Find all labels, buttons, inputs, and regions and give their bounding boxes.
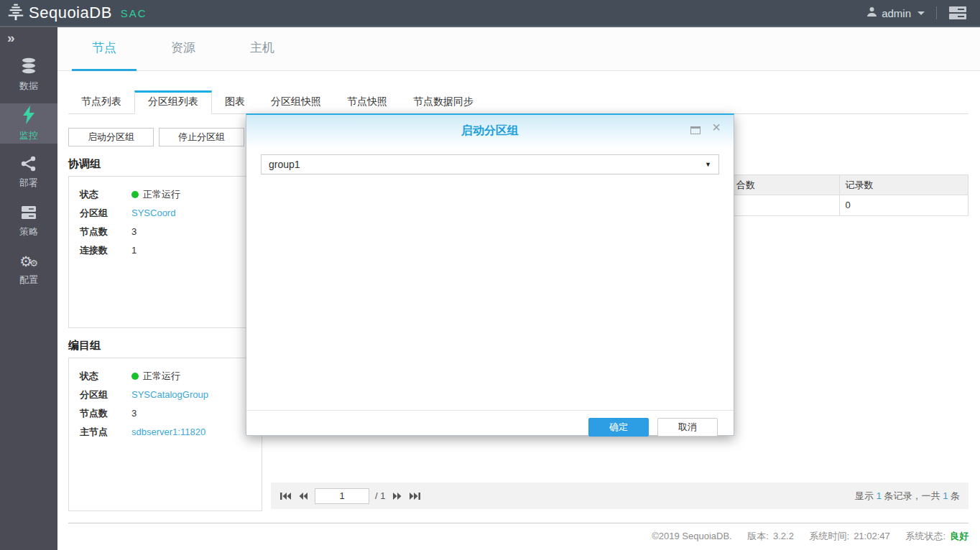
sidebar-item-strategy[interactable]: 策略 [0,201,57,241]
row-label: 连接数 [80,243,131,258]
gears-icon: ⚙⚙ [19,253,38,271]
subtab-group-snapshot[interactable]: 分区组快照 [258,90,334,113]
row-label: 状态 [80,187,131,202]
database-icon [19,57,38,77]
lightning-icon [22,106,36,126]
group-link[interactable]: SYSCoord [131,206,175,220]
group-select-value: group1 [269,159,300,170]
catalog-nodes-row: 节点数 3 [69,404,262,423]
catalog-status-row: 状态 正常运行 [69,367,262,386]
first-page-icon [279,492,292,500]
subtab-group-list[interactable]: 分区组列表 [134,90,212,114]
catalog-group-panel: 状态 正常运行 分区组 SYSCatalogGroup 节点数 3 主节点 sd… [68,358,262,511]
topbar: SequoiaDB SAC admin [0,0,980,27]
coord-nodes-row: 节点数 3 [69,223,262,241]
pagination-bar: / 1 显示 1 条记录，一共 1 条 [271,483,969,509]
sidebar-item-label: 监控 [19,129,38,142]
close-icon[interactable]: × [712,120,721,134]
user-menu[interactable]: admin [866,6,925,20]
sidebar-item-monitor[interactable]: 监控 [0,103,57,144]
subtab-node-list[interactable]: 节点列表 [68,90,134,113]
sidebar-item-label: 策略 [19,225,38,238]
catalog-group-row: 分区组 SYSCatalogGroup [69,386,262,404]
row-label: 分区组 [80,206,131,220]
row-label: 分区组 [80,388,131,402]
coord-group-row: 分区组 SYSCoord [69,204,262,223]
last-page-button[interactable] [409,492,421,500]
topbar-divider [936,6,937,19]
sidebar: » 数据 监控 部署 [0,27,57,550]
share-icon [20,156,37,174]
table-row[interactable]: 0 [734,195,969,216]
table-header-row: 合数 记录数 [734,174,969,195]
next-page-icon [392,492,402,500]
first-page-button[interactable] [279,492,292,500]
version-value: 3.2.2 [773,531,794,541]
server-icon [948,6,967,20]
stop-group-button[interactable]: 停止分区组 [159,128,244,146]
subtab-charts[interactable]: 图表 [212,90,258,113]
next-page-button[interactable] [392,492,402,500]
sidebar-item-label: 配置 [19,274,38,286]
subtab-node-sync[interactable]: 节点数据同步 [400,90,486,113]
ok-button[interactable]: 确定 [588,418,649,437]
brand-suffix: SAC [121,7,147,19]
status-value: 正常运行 [131,369,180,383]
dialog-footer: 确定 取消 [246,410,734,443]
tab-host[interactable]: 主机 [230,27,295,71]
start-group-button[interactable]: 启动分区组 [68,128,154,146]
row-label: 状态 [80,369,131,383]
prev-page-icon [298,492,308,500]
tree-logo-icon [6,1,26,25]
sidebar-item-deploy[interactable]: 部署 [0,152,57,192]
copyright-text: ©2019 SequoiaDB. [652,531,732,541]
tab-resource[interactable]: 资源 [151,27,216,71]
page-number-input[interactable] [315,488,369,504]
row-value: 3 [131,225,137,239]
select-caret-icon: ▼ [705,161,711,168]
row-value: 1 [131,243,137,258]
coord-group-panel: 状态 正常运行 分区组 SYSCoord 节点数 3 连接数 1 [68,176,262,328]
row-label: 主节点 [80,425,131,439]
sidebar-collapse-button[interactable]: » [0,27,57,46]
prev-page-button[interactable] [298,492,308,500]
dialog-header[interactable]: 启动分区组 × [246,115,734,146]
group-select[interactable]: group1 ▼ [261,154,719,174]
start-group-dialog: 启动分区组 × group1 ▼ 确定 取消 [246,113,734,436]
group-table-fragment: 合数 记录数 0 [734,174,969,216]
brand-logo: SequoiaDB SAC [0,1,147,25]
user-icon [866,6,877,20]
system-time-value: 21:02:47 [854,531,890,541]
col-collections-partial: 合数 [734,175,839,195]
group-link[interactable]: SYSCatalogGroup [131,388,208,402]
page-total-label: / 1 [375,490,385,501]
sidebar-item-config[interactable]: ⚙⚙ 配置 [0,250,57,290]
system-status-label: 系统状态: [905,531,946,541]
servers-icon [20,205,37,223]
chevron-down-icon [917,11,925,15]
cancel-button[interactable]: 取消 [657,418,718,437]
cell-collections [734,195,839,215]
footer: ©2019 SequoiaDB. 版本:3.2.2 系统时间:21:02:47 … [68,523,969,543]
sub-tab-bar: 节点列表 分区组列表 图表 分区组快照 节点快照 节点数据同步 [68,90,969,114]
sidebar-item-label: 部署 [19,177,38,190]
system-status-value: 良好 [950,531,969,541]
subtab-node-snapshot[interactable]: 节点快照 [334,90,400,113]
sidebar-item-label: 数据 [19,80,38,93]
sidebar-item-data[interactable]: 数据 [0,55,57,95]
maximize-icon[interactable] [690,126,701,134]
coord-conn-row: 连接数 1 [69,241,262,260]
cell-records: 0 [839,195,968,215]
row-value: 3 [131,406,137,421]
status-value: 正常运行 [131,187,180,202]
master-node-link[interactable]: sdbserver1:11820 [131,425,205,439]
row-label: 节点数 [80,406,131,421]
main-tab-bar: 节点 资源 主机 [57,27,980,71]
row-label: 节点数 [80,225,131,239]
col-records: 记录数 [839,175,968,195]
record-count-summary: 显示 1 条记录，一共 1 条 [855,490,960,503]
server-list-button[interactable] [948,6,967,20]
brand-name: SequoiaDB [29,4,112,22]
tab-node[interactable]: 节点 [72,27,137,71]
catalog-master-row: 主节点 sdbserver1:11820 [69,423,262,442]
